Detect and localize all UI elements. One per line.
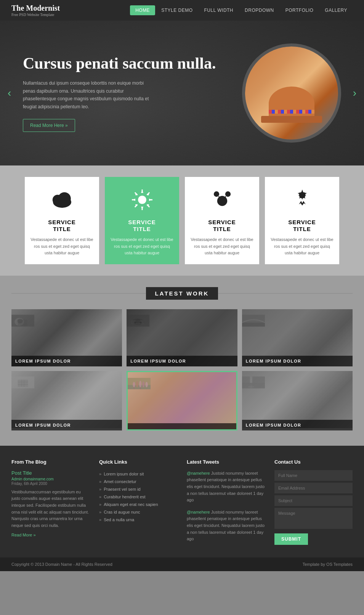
blog-excerpt: Vestibulumaccumsan egestibulum eu justo … [11, 489, 90, 529]
service-card-2[interactable]: SERVICETITLE Vestassapede et donec ut es… [105, 177, 179, 264]
svg-rect-60 [242, 376, 265, 388]
svg-marker-28 [299, 201, 306, 206]
contact-fullname-input[interactable] [274, 470, 353, 481]
svg-rect-31 [18, 320, 27, 326]
read-more-link[interactable]: Read More » [11, 533, 90, 537]
latest-work-section: LATEST WORK LOREM IPSUM DOLOR [0, 276, 364, 446]
quick-link-2[interactable]: Amet consectetur [99, 478, 177, 485]
svg-rect-49 [128, 385, 151, 389]
svg-point-22 [225, 191, 230, 197]
portfolio-grid: LOREM IPSUM DOLOR LOREM IPSUM DOLOR [11, 309, 353, 430]
service-icon-1 [49, 186, 75, 213]
nav-portfolio[interactable]: PORTFOLIO [280, 5, 319, 15]
svg-line-55 [134, 387, 134, 389]
svg-line-57 [140, 387, 140, 389]
svg-point-3 [138, 196, 146, 204]
tweet-2: @namehere Justoid nonummy laoreet phasel… [187, 509, 265, 543]
footer-blog-col: From The Blog Post Title Admin domainnam… [11, 459, 90, 548]
svg-rect-37 [135, 321, 142, 323]
quick-link-1[interactable]: Lorem ipsum dolor sit [99, 470, 177, 478]
svg-rect-29 [11, 315, 34, 326]
hero-circle-inner [245, 47, 338, 140]
svg-point-38 [135, 321, 136, 323]
blog-date: Friday, 6th April 2000 [11, 482, 90, 486]
hero-image-area [242, 28, 364, 158]
svg-point-54 [146, 382, 148, 387]
footer-tweets-title: Latest Tweets [187, 459, 265, 465]
hero-circle-image [242, 43, 341, 143]
service-icon-4 [289, 186, 316, 213]
services-section: SERVICETITLE Vestassapede et donec ut es… [0, 165, 364, 276]
blog-post-title[interactable]: Post Title [11, 470, 90, 476]
portfolio-item-1[interactable]: LOREM IPSUM DOLOR [11, 309, 122, 366]
footer-contact-col: Contact Us SUBMIT [274, 459, 353, 548]
footer-bottom: Copyright © 2013 Domain Name - All Right… [0, 557, 364, 571]
svg-point-2 [58, 192, 71, 205]
svg-rect-40 [242, 315, 265, 326]
portfolio-thumb-5 [128, 372, 236, 429]
hero-next-button[interactable]: › [349, 83, 360, 103]
portfolio-label-3: LOREM IPSUM DOLOR [242, 356, 353, 366]
portfolio-item-6[interactable]: LOREM IPSUM DOLOR [242, 371, 353, 430]
contact-submit-button[interactable]: SUBMIT [274, 533, 308, 545]
quick-link-7[interactable]: Sed a nulla urna [99, 516, 177, 523]
hero-prev-button[interactable]: ‹ [4, 83, 15, 103]
service-card-4[interactable]: SERVICETITLE Vestassapede et donec ut es… [265, 177, 339, 264]
hero-content: Cursus penati saccum nulla. Nullamlacus … [0, 39, 242, 147]
nav-full-width[interactable]: FULL WIDTH [199, 5, 239, 15]
svg-rect-35 [131, 320, 144, 324]
svg-point-32 [18, 319, 23, 323]
blog-admin: Admin domainname.com [11, 477, 90, 481]
service-card-3[interactable]: SERVICETITLE Vestassapede et donec ut es… [185, 177, 259, 264]
logo-subtitle: Free PSD Website Template [11, 13, 60, 17]
svg-rect-62 [250, 383, 252, 388]
svg-line-56 [134, 387, 135, 389]
svg-point-21 [213, 191, 219, 197]
footer-tweets-col: Latest Tweets @namehere Justoid nonummy … [187, 459, 265, 548]
quick-link-4[interactable]: Curabitur hendrerit est [99, 493, 177, 501]
svg-marker-15 [132, 199, 135, 201]
service-desc-3: Vestassapede et donec ut est libe ros su… [191, 236, 253, 257]
svg-point-52 [139, 381, 141, 387]
svg-rect-48 [128, 378, 151, 389]
nav-dropdown[interactable]: DROPDOWN [239, 5, 279, 15]
footer-contact-title: Contact Us [274, 459, 353, 465]
quick-link-6[interactable]: Cras id augue nunc [99, 508, 177, 516]
service-card-1[interactable]: SERVICETITLE Vestassapede et donec ut es… [25, 177, 99, 264]
svg-marker-14 [141, 207, 143, 209]
contact-email-input[interactable] [274, 483, 353, 493]
svg-rect-43 [18, 380, 28, 387]
service-desc-2: Vestassapede et donec ut est libe ros su… [111, 236, 173, 257]
logo-title: The Modernist [11, 4, 60, 12]
portfolio-item-4[interactable]: LOREM IPSUM DOLOR [11, 371, 122, 430]
tweet-handle-2[interactable]: @namehere [187, 510, 210, 514]
portfolio-item-3[interactable]: LOREM IPSUM DOLOR [242, 309, 353, 366]
portfolio-label-4: LOREM IPSUM DOLOR [11, 420, 122, 430]
portfolio-label-5 [128, 423, 236, 429]
portfolio-label-6: LOREM IPSUM DOLOR [242, 420, 353, 430]
service-desc-4: Vestassapede et donec ut est libe ros su… [271, 236, 334, 257]
svg-rect-59 [128, 378, 151, 389]
contact-subject-input[interactable] [274, 495, 353, 506]
nav-style-demo[interactable]: STYLE DEMO [156, 5, 198, 15]
svg-point-36 [136, 319, 140, 323]
contact-message-input[interactable] [274, 508, 353, 529]
nav-home[interactable]: HOME [130, 5, 155, 15]
hat-stripe [269, 110, 314, 114]
svg-point-51 [136, 381, 138, 387]
latest-work-title: LATEST WORK [146, 287, 218, 300]
hero-section: ‹ Cursus penati saccum nulla. Nullamlacu… [0, 21, 364, 165]
hero-cta-button[interactable]: Read More Here » [23, 119, 75, 132]
quick-link-5[interactable]: Aliquam eget erat nec sapien [99, 501, 177, 508]
svg-marker-12 [141, 190, 143, 193]
portfolio-label-1: LOREM IPSUM DOLOR [11, 356, 122, 366]
nav-gallery[interactable]: GALLERY [319, 5, 353, 15]
svg-rect-64 [242, 383, 265, 388]
portfolio-item-2[interactable]: LOREM IPSUM DOLOR [127, 309, 237, 366]
tweet-handle-1[interactable]: @namehere [187, 471, 210, 475]
quick-link-3[interactable]: Praesent vel sem id [99, 485, 177, 493]
hero-title: Cursus penati saccum nulla. [23, 54, 219, 72]
svg-point-30 [14, 318, 24, 326]
portfolio-item-5[interactable] [127, 371, 237, 430]
footer-main: From The Blog Post Title Admin domainnam… [0, 446, 364, 557]
